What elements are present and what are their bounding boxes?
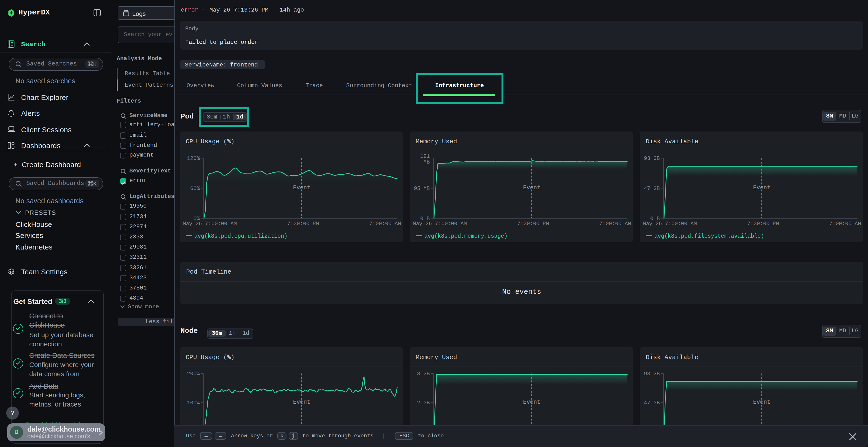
- svg-text:Event: Event: [523, 184, 540, 191]
- svg-text:CPU Usage (%): CPU Usage (%): [186, 138, 235, 145]
- svg-text:Event: Event: [753, 184, 770, 191]
- svg-text:47 GB: 47 GB: [644, 400, 660, 406]
- svg-text:Event: Event: [753, 399, 770, 405]
- svg-text:avg(k8s.pod.filesystem.availab: avg(k8s.pod.filesystem.available): [654, 233, 764, 239]
- svg-text:May 26 7:00:00 AM: May 26 7:00:00 AM: [643, 221, 697, 227]
- svg-text:Event: Event: [523, 399, 540, 405]
- svg-text:93 GB: 93 GB: [644, 156, 660, 162]
- svg-text:Disk Available: Disk Available: [646, 138, 698, 145]
- svg-text:3 GB: 3 GB: [417, 371, 430, 377]
- svg-text:Memory Used: Memory Used: [416, 354, 457, 361]
- svg-text:60%: 60%: [190, 186, 200, 192]
- svg-text:7:00:00 AM: 7:00:00 AM: [369, 221, 401, 227]
- svg-text:Disk Available: Disk Available: [646, 354, 698, 361]
- svg-text:7:30:00 PM: 7:30:00 PM: [517, 221, 549, 227]
- svg-text:95 MB: 95 MB: [414, 186, 430, 192]
- svg-text:93 GB: 93 GB: [644, 371, 660, 377]
- svg-text:7:00:00 AM: 7:00:00 AM: [829, 221, 861, 227]
- svg-text:Memory Used: Memory Used: [416, 138, 457, 145]
- svg-text:120%: 120%: [187, 156, 200, 162]
- svg-text:avg(k8s.pod.cpu.utilization): avg(k8s.pod.cpu.utilization): [194, 233, 287, 239]
- svg-text:MB: MB: [424, 159, 430, 165]
- svg-text:2 GB: 2 GB: [417, 400, 430, 406]
- svg-text:Event: Event: [293, 184, 310, 191]
- svg-text:Event: Event: [293, 399, 310, 405]
- svg-text:191: 191: [420, 153, 430, 160]
- svg-text:7:00:00 AM: 7:00:00 AM: [599, 221, 631, 227]
- svg-text:avg(k8s.pod.memory.usage): avg(k8s.pod.memory.usage): [424, 233, 507, 239]
- svg-text:47 GB: 47 GB: [644, 186, 660, 192]
- svg-text:CPU Usage (%): CPU Usage (%): [186, 354, 235, 361]
- svg-text:May 26 7:00:00 AM: May 26 7:00:00 AM: [183, 221, 237, 227]
- svg-text:May 26 7:00:00 AM: May 26 7:00:00 AM: [413, 221, 467, 227]
- svg-text:7:30:00 PM: 7:30:00 PM: [747, 221, 779, 227]
- svg-text:100%: 100%: [187, 400, 200, 406]
- svg-text:7:30:00 PM: 7:30:00 PM: [287, 221, 319, 227]
- svg-text:200%: 200%: [187, 371, 200, 377]
